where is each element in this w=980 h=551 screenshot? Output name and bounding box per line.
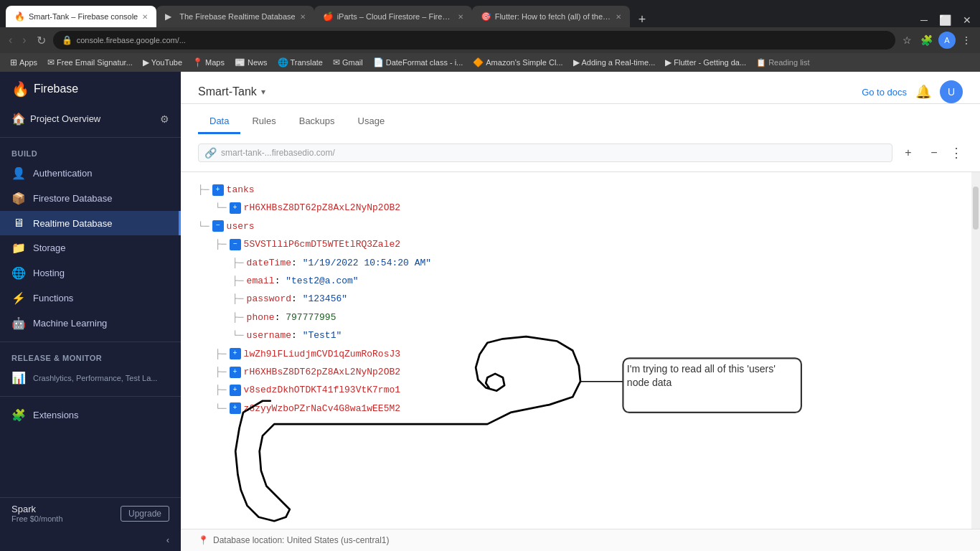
address-bar[interactable]: 🔒 console.firebase.google.com/... (53, 31, 895, 50)
tab-favicon-1: 🔥 (14, 11, 24, 22)
browser-tab-1[interactable]: 🔥 Smart-Tank – Firebase console ✕ (6, 6, 156, 27)
tab-usage[interactable]: Usage (347, 110, 397, 134)
bookmark-translate[interactable]: 🌐 Translate (273, 56, 327, 69)
remove-node-button[interactable]: − (924, 143, 944, 163)
tab-title-2: The Firebase Realtime Database (179, 12, 295, 21)
database-scrollbar[interactable] (971, 172, 980, 529)
tab-close-3[interactable]: ✕ (458, 13, 463, 21)
spark-plan: Spark Free $0/month Upgrade (11, 504, 169, 523)
datetime-row: ├─ dateTime : "1/19/2022 10:54:20 AM" (232, 254, 954, 272)
settings-icon[interactable]: ⚙ (160, 113, 169, 125)
project-selector[interactable]: Smart-Tank ▾ (198, 85, 265, 98)
notifications-bell-icon[interactable]: 🔔 (915, 84, 931, 100)
sidebar-item-crashlytics[interactable]: 📊 Crashlytics, Performance, Test La... (0, 365, 181, 390)
reading-list-button[interactable]: 📋 Reading list (752, 57, 814, 69)
tab-close-1[interactable]: ✕ (142, 13, 148, 21)
bookmark-email-sig[interactable]: ✉ Free Email Signatur... (43, 56, 137, 69)
users-expand-icon[interactable]: − (212, 220, 224, 232)
home-icon: 🏠 (11, 112, 26, 126)
reload-button[interactable]: ↻ (34, 32, 49, 49)
users-connector: └─ (198, 218, 209, 235)
bookmark-star-button[interactable]: ☆ (900, 33, 915, 47)
project-dropdown-arrow: ▾ (261, 87, 265, 97)
tab-title-4: Flutter: How to fetch (all) of the c… (495, 12, 611, 21)
database-url-bar[interactable]: 🔗 smart-tank-...firebasedio.com/ (198, 143, 892, 162)
database-location-text: Database location: United States (us-cen… (213, 535, 389, 545)
sidebar-item-firestore[interactable]: 📦 Firestore Database (0, 186, 181, 211)
tab-backups[interactable]: Backups (288, 110, 347, 134)
tanks-expand-icon[interactable]: + (212, 184, 224, 196)
pw-connector: ├─ (232, 291, 244, 307)
sidebar-item-functions[interactable]: ⚡ Functions (0, 286, 181, 311)
extension-button[interactable]: 🧩 (918, 33, 936, 47)
bookmark-gmail[interactable]: ✉ Gmail (329, 56, 367, 69)
bookmarks-bar: ⊞ Apps ✉ Free Email Signatur... ▶ YouTub… (0, 53, 980, 72)
tank-id-expand-icon[interactable]: + (230, 202, 241, 214)
database-footer: 📍 Database location: United States (us-c… (181, 529, 980, 551)
browser-tab-3[interactable]: 🍎 iParts – Cloud Firestore – Firebas… ✕ (314, 6, 472, 27)
bookmark-dateformat[interactable]: 📄 DateFormat class - i... (369, 56, 468, 69)
user3-id: rH6XHBsZ8DT62pZ8AxL2NyNp2OB2 (244, 364, 400, 380)
firestore-label: Firestore Database (33, 193, 113, 204)
sidebar-item-extensions[interactable]: 🧩 Extensions (0, 402, 181, 428)
reading-list-icon: 📋 (756, 58, 766, 67)
phone-connector: ├─ (232, 309, 244, 326)
uname-connector: └─ (232, 327, 244, 344)
close-button[interactable]: ✕ (960, 13, 974, 27)
user1-connector: ├─ (215, 236, 227, 253)
user-avatar[interactable]: U (940, 80, 963, 103)
sidebar-item-realtime-db[interactable]: 🖥 Realtime Database (0, 211, 181, 235)
browser-tab-2[interactable]: ▶ The Firebase Realtime Database ✕ (156, 6, 314, 27)
link-icon: 🔗 (204, 147, 217, 159)
browser-menu-button[interactable]: ⋮ (958, 33, 974, 47)
bookmark-youtube[interactable]: ▶ YouTube (138, 56, 187, 69)
tree-users-row: └─ − users (198, 217, 954, 235)
app-container: 🔥 Firebase 🏠 Project Overview ⚙ Build 👤 … (0, 72, 980, 551)
project-overview-item[interactable]: 🏠 Project Overview ⚙ (0, 106, 181, 131)
sidebar-collapse-button[interactable]: ‹ (0, 529, 181, 551)
user1-expand-icon[interactable]: − (230, 239, 241, 250)
tab-data[interactable]: Data (198, 110, 240, 134)
minimize-button[interactable]: ─ (918, 13, 930, 27)
add-node-button[interactable]: + (898, 143, 918, 163)
user3-expand-icon[interactable]: + (230, 367, 241, 378)
authentication-label: Authentication (33, 168, 92, 179)
tab-rules[interactable]: Rules (240, 110, 287, 134)
firebase-flame-icon: 🔥 (11, 80, 29, 98)
sidebar-item-authentication[interactable]: 👤 Authentication (0, 161, 181, 186)
forward-button[interactable]: › (19, 32, 29, 48)
profile-button[interactable]: A (938, 32, 956, 49)
bookmark-amazon[interactable]: 🔶 Amazon's Simple Cl... (468, 56, 567, 69)
browser-tab-4[interactable]: 🎯 Flutter: How to fetch (all) of the c… … (472, 6, 630, 27)
release-section-label: Release & Monitor (0, 348, 181, 365)
location-pin-icon: 📍 (198, 535, 209, 545)
bookmark-maps[interactable]: 📍 Maps (188, 56, 229, 69)
bookmark-news[interactable]: 📰 News (230, 56, 272, 69)
sidebar-item-storage[interactable]: 📁 Storage (0, 235, 181, 260)
tab-close-2[interactable]: ✕ (300, 13, 306, 21)
bookmark-news-icon: 📰 (235, 57, 245, 67)
reading-list-label: Reading list (768, 58, 809, 67)
bookmark-apps[interactable]: ⊞ Apps (6, 56, 42, 69)
more-options-button[interactable]: ⋮ (950, 145, 963, 161)
bookmark-gmail-label: Gmail (342, 58, 363, 67)
back-button[interactable]: ‹ (6, 32, 15, 48)
user2-expand-icon[interactable]: + (230, 348, 241, 359)
bookmark-realtime[interactable]: ▶ Adding a Real-time... (569, 56, 660, 69)
authentication-icon: 👤 (11, 166, 26, 180)
sidebar-item-hosting[interactable]: 🌐 Hosting (0, 260, 181, 286)
maximize-button[interactable]: ⬜ (936, 13, 954, 27)
sidebar-item-ml[interactable]: 🤖 Machine Learning (0, 311, 181, 336)
bookmark-flutter[interactable]: ▶ Flutter - Getting da... (661, 56, 750, 69)
user4-connector: ├─ (215, 382, 227, 398)
new-tab-button[interactable]: + (633, 12, 652, 27)
upgrade-button[interactable]: Upgrade (121, 506, 169, 522)
tank-connector: └─ (215, 199, 227, 216)
user5-expand-icon[interactable]: + (230, 402, 241, 414)
user4-expand-icon[interactable]: + (230, 385, 241, 396)
tab-bar: 🔥 Smart-Tank – Firebase console ✕ ▶ The … (0, 0, 980, 27)
email-key: email (247, 273, 275, 289)
tab-close-4[interactable]: ✕ (616, 13, 621, 21)
scrollbar-thumb[interactable] (973, 187, 979, 230)
go-to-docs-button[interactable]: Go to docs (862, 87, 907, 98)
